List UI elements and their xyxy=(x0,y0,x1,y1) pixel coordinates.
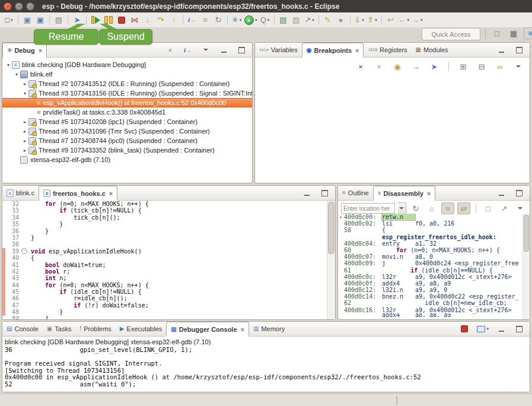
home-button[interactable]: ⌂ xyxy=(425,202,438,214)
quick-access-box[interactable]: Quick Access xyxy=(422,28,480,40)
forward-button[interactable]: →▾ xyxy=(410,14,424,26)
minimize-button[interactable] xyxy=(495,44,508,56)
disasm-row[interactable]: 58{ xyxy=(338,227,523,233)
expand-all-button[interactable]: ⊞ xyxy=(457,61,470,72)
window-maximize-button[interactable]: ▫ xyxy=(26,2,34,11)
save-button[interactable]: ▣ xyxy=(21,14,34,26)
debug-tree-row[interactable]: ▸Thread #9 1073433352 (blink_task) (Susp… xyxy=(2,145,252,155)
pin-view-button[interactable]: ↗ xyxy=(498,202,511,214)
link-with-debug-view-button[interactable]: ∞ xyxy=(493,61,506,72)
code-line[interactable]: 33 if (tick_cb[n]!=NULL) { xyxy=(2,207,327,214)
external-tools-button[interactable]: ↗▾ xyxy=(303,14,316,26)
tab-variables[interactable]: (x)=Variables xyxy=(255,43,302,57)
terminate-button[interactable] xyxy=(115,14,128,26)
cpp-perspective-button[interactable]: ▦ xyxy=(507,27,520,39)
code-line[interactable]: 34 tick_cb[n](); xyxy=(2,214,327,221)
disassembly-scrollbar[interactable] xyxy=(523,214,530,319)
code-line[interactable]: 47 if (!r) doWait=false; xyxy=(2,302,327,309)
disasm-row[interactable]: 400d0c16:l32ra9, 0x400d012c <_stext+276> xyxy=(338,307,523,313)
status-bar-grip[interactable] xyxy=(396,397,397,404)
save-all-button[interactable]: ▣ xyxy=(34,14,47,26)
maximize-button[interactable] xyxy=(318,187,331,199)
editor-scrollbar[interactable] xyxy=(327,201,335,319)
disasm-row[interactable]: 400d0c12:l32i.na9, a9, 0 xyxy=(338,287,523,293)
show-source-button[interactable]: ≡ xyxy=(441,202,454,214)
debug-button[interactable]: ✳▾ xyxy=(230,14,243,26)
tab-console[interactable]: ▤Console xyxy=(2,322,43,336)
show-debug-console-button[interactable]: ≡ xyxy=(199,14,212,26)
code-line[interactable]: 41 bool doWait=true; xyxy=(2,262,327,268)
expand-arrow-icon[interactable]: ▸ xyxy=(21,119,28,125)
minimize-button[interactable] xyxy=(495,187,508,199)
tab-debug[interactable]: ✳Debug× xyxy=(2,43,47,58)
debug-tree-row[interactable]: ▸Thread #7 1073408744 (ipc0) (Suspended … xyxy=(2,136,252,145)
code-line[interactable]: 36 } xyxy=(2,228,327,234)
instruction-stepping-mode-button[interactable]: i→ xyxy=(181,44,195,56)
expand-arrow-icon[interactable]: ▾ xyxy=(5,62,12,68)
remove-all-terminated-button[interactable]: × xyxy=(164,44,177,56)
expand-arrow-icon[interactable]: ▾ xyxy=(13,72,20,77)
minimize-button[interactable] xyxy=(495,323,508,335)
disasm-row[interactable]: esp_register_freertos_idle_hook: xyxy=(338,234,523,240)
close-icon[interactable]: × xyxy=(39,47,42,54)
tab-freertos-hooks-c[interactable]: cfreertos_hooks.c× xyxy=(39,186,117,201)
expand-arrow-icon[interactable]: ▸ xyxy=(21,138,28,144)
editor-scrollbar-thumb[interactable] xyxy=(328,202,335,254)
disasm-row[interactable]: 400d0c0c:l32ra9, 0x400d012c <_stext+276> xyxy=(338,274,523,280)
code-line[interactable]: 45 if (idle_cb[n]!=NULL) { xyxy=(2,288,327,295)
code-line[interactable]: 38 xyxy=(2,241,327,248)
view-menu-button[interactable] xyxy=(514,202,527,214)
tab-registers[interactable]: 1010Registers xyxy=(364,43,411,57)
close-icon[interactable]: × xyxy=(109,190,113,197)
back-button[interactable]: ←▾ xyxy=(397,14,411,26)
code-line[interactable]: 48 } xyxy=(2,309,327,315)
window-close-button[interactable]: × xyxy=(4,2,12,11)
run-button[interactable]: ▸▾ xyxy=(243,14,259,26)
source-code-area[interactable]: 32 for (n=0; n<MAX_HOOKS; n++) {33 if (t… xyxy=(2,201,327,319)
close-icon[interactable]: × xyxy=(427,190,431,197)
minimize-button[interactable] xyxy=(217,44,230,56)
debug-tree-row[interactable]: ≡prvIdleTask() at tasks.c:3,338 0x400845… xyxy=(2,107,252,117)
next-annotation-button[interactable]: ⇓▾ xyxy=(353,14,366,26)
expand-arrow-icon[interactable]: ▸ xyxy=(21,129,28,134)
sync-with-stack-button[interactable]: ⇄ xyxy=(457,202,470,214)
disasm-row[interactable]: 60 for (n=0; n<MAX_HOOKS; n++) { xyxy=(338,247,523,253)
instruction-stepping-button[interactable]: i→ xyxy=(186,14,199,26)
expand-arrow-icon[interactable]: ▸ xyxy=(21,81,28,87)
disasm-row[interactable]: 400d0c09:j0x400d0c24 <esp_register_free xyxy=(338,260,523,267)
window-minimize-button[interactable]: − xyxy=(15,2,23,11)
disasm-row[interactable]: 400d0c0f:addx4a9, a8, a9 xyxy=(338,280,523,287)
debug-tree-row[interactable]: ▸Thread #5 1073410208 (ipc1) (Suspended … xyxy=(2,117,252,126)
open-project-button[interactable]: ▤ xyxy=(277,14,290,26)
expand-arrow-icon[interactable]: ▾ xyxy=(21,91,28,96)
location-input[interactable]: Enter location her xyxy=(341,203,395,214)
view-menu-button[interactable] xyxy=(512,61,525,72)
debug-perspective-button[interactable]: ✳ xyxy=(524,27,532,39)
mark-occurrences-button[interactable]: ✎ xyxy=(321,14,335,26)
step-over-button[interactable]: ↷ xyxy=(154,14,167,26)
step-return-button[interactable]: ↑ xyxy=(167,14,180,26)
maximize-button[interactable] xyxy=(512,44,525,56)
show-supported-breakpoints-button[interactable]: ◉ xyxy=(391,61,404,72)
debug-tree-row[interactable]: ▾blink.elf xyxy=(2,69,252,79)
maximize-button[interactable] xyxy=(512,323,525,335)
toggle-mark-button[interactable]: ● xyxy=(335,14,348,26)
restart-button[interactable]: ↻ xyxy=(212,14,225,26)
open-folder-button[interactable]: ▤ xyxy=(290,14,303,26)
expand-arrow-icon[interactable]: ▸ xyxy=(21,148,28,153)
go-to-file-button[interactable]: → xyxy=(409,61,422,72)
maximize-button[interactable] xyxy=(512,187,525,199)
fold-marker[interactable]: − xyxy=(21,248,27,254)
disasm-row[interactable]: 400d0c14:bnez.na9, 0x400d0c22 <esp_regis… xyxy=(338,293,523,300)
disassembly-listing[interactable]: ▸400d0c00:retw.n400d0c02:lsif0, a0, 2165… xyxy=(338,214,523,319)
previous-annotation-button[interactable]: ⇑▾ xyxy=(366,14,379,26)
tab-tasks[interactable]: ▣Tasks xyxy=(43,322,76,336)
step-into-button[interactable]: ↓ xyxy=(141,14,154,26)
close-icon[interactable]: × xyxy=(355,47,359,54)
resume-button[interactable] xyxy=(89,14,102,26)
disassembly-scrollbar-thumb[interactable] xyxy=(524,215,529,252)
code-line[interactable]: 32 for (n=0; n<MAX_HOOKS; n++) { xyxy=(2,201,327,207)
disasm-row[interactable]: ▸400d0c00:retw.n xyxy=(338,214,523,220)
refresh-button[interactable]: ↻ xyxy=(409,202,422,214)
debug-tree-row[interactable]: xtensa-esp32-elf-gdb (7.10) xyxy=(2,155,252,164)
